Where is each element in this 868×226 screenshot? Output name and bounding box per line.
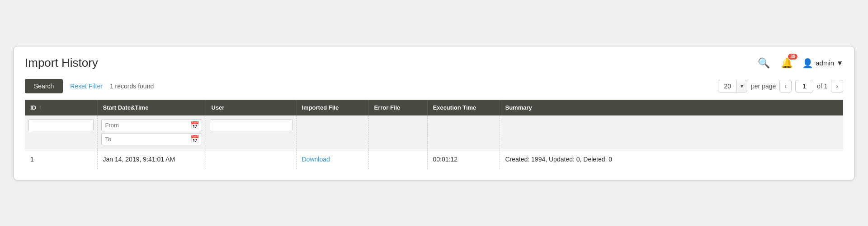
sort-icon-id[interactable]: ↑	[39, 105, 42, 110]
cell-error-file	[368, 149, 427, 169]
filter-input-id[interactable]	[28, 119, 94, 131]
per-page-dropdown-button[interactable]: ▾	[737, 81, 747, 92]
filter-from-wrapper: 📅	[101, 119, 202, 131]
filter-input-from[interactable]	[101, 119, 202, 131]
cell-id: 1	[25, 149, 97, 169]
header-search-icon: 🔍	[758, 57, 770, 69]
header: Import History 🔍 🔔 38 👤 admin ▼	[25, 55, 843, 71]
per-page-label: per page	[751, 83, 776, 90]
filter-input-user[interactable]	[210, 119, 292, 131]
table-header-row: ID ↑ Start Date&Time User Imported File …	[25, 100, 843, 115]
filter-cell-error	[368, 115, 427, 149]
page-number-input[interactable]	[795, 80, 813, 92]
filter-cell-datetime: 📅 📅	[97, 115, 206, 149]
col-header-user: User	[206, 100, 296, 115]
col-header-datetime: Start Date&Time	[97, 100, 206, 115]
page-next-button[interactable]: ›	[831, 80, 843, 92]
cell-summary: Created: 1994, Updated: 0, Deleted: 0	[500, 149, 843, 169]
cell-user	[206, 149, 296, 169]
header-right: 🔍 🔔 38 👤 admin ▼	[756, 55, 843, 71]
import-history-table: ID ↑ Start Date&Time User Imported File …	[25, 100, 843, 169]
filter-row: 📅 📅	[25, 115, 843, 149]
admin-label: admin	[816, 59, 834, 67]
notification-button[interactable]: 🔔 38	[779, 55, 795, 71]
toolbar: Search Reset Filter 1 records found 20 ▾…	[25, 79, 843, 93]
filter-cell-user	[206, 115, 296, 149]
col-header-id: ID ↑	[25, 100, 97, 115]
col-header-summary: Summary	[500, 100, 843, 115]
records-found-label: 1 records found	[110, 83, 711, 90]
main-container: Import History 🔍 🔔 38 👤 admin ▼ Search R…	[14, 46, 854, 180]
filter-to-wrapper: 📅	[101, 133, 202, 145]
header-search-button[interactable]: 🔍	[756, 55, 772, 71]
table-row: 1 Jan 14, 2019, 9:41:01 AM Download 00:0…	[25, 149, 843, 169]
search-button[interactable]: Search	[25, 79, 63, 93]
col-header-imported-file: Imported File	[296, 100, 368, 115]
col-header-error-file: Error File	[368, 100, 427, 115]
filter-cell-id	[25, 115, 97, 149]
per-page-value: 20	[718, 80, 737, 92]
notification-badge: 38	[788, 54, 797, 60]
pagination: 20 ▾ per page ‹ of 1 ›	[718, 80, 843, 92]
filter-input-to[interactable]	[101, 133, 202, 145]
per-page-selector[interactable]: 20 ▾	[718, 80, 747, 92]
filter-cell-exec	[427, 115, 500, 149]
page-total-label: of 1	[817, 83, 827, 90]
filter-cell-imported	[296, 115, 368, 149]
page-prev-button[interactable]: ‹	[779, 80, 792, 92]
cell-imported-file: Download	[296, 149, 368, 169]
reset-filter-button[interactable]: Reset Filter	[70, 83, 103, 90]
cell-datetime: Jan 14, 2019, 9:41:01 AM	[97, 149, 206, 169]
filter-cell-summary	[500, 115, 843, 149]
admin-dropdown-icon: ▼	[836, 59, 843, 67]
admin-menu-button[interactable]: 👤 admin ▼	[802, 58, 843, 69]
download-button[interactable]: Download	[302, 156, 330, 163]
col-header-execution-time: Execution Time	[427, 100, 500, 115]
cell-execution-time: 00:01:12	[427, 149, 500, 169]
admin-avatar-icon: 👤	[802, 58, 813, 69]
page-title: Import History	[25, 56, 98, 70]
